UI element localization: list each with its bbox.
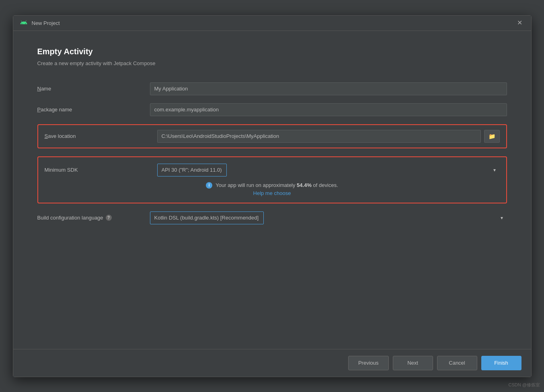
save-location-row: Save location 📁	[45, 130, 500, 143]
save-location-input[interactable]	[157, 130, 481, 143]
package-row: Package name	[37, 103, 507, 116]
info-icon: i	[206, 182, 212, 189]
folder-browse-button[interactable]: 📁	[484, 130, 500, 143]
android-icon	[20, 19, 28, 27]
help-icon[interactable]: ?	[106, 215, 112, 221]
new-project-dialog: New Project ✕ Empty Activity Create a ne…	[13, 15, 532, 377]
save-label: Save location	[45, 133, 157, 139]
section-title: Empty Activity	[37, 47, 507, 56]
sdk-select[interactable]: API 30 ("R"; Android 11.0) API 28 ("P"; …	[157, 164, 227, 177]
title-bar-left: New Project	[20, 19, 60, 27]
build-lang-select-wrapper: Kotlin DSL (build.gradle.kts) [Recommend…	[150, 211, 507, 224]
cancel-button[interactable]: Cancel	[437, 356, 477, 370]
build-lang-row: Build configuration language ? Kotlin DS…	[37, 211, 507, 224]
package-label: Package name	[37, 107, 150, 113]
dialog-content: Empty Activity Create a new empty activi…	[13, 31, 531, 349]
save-location-input-wrap: 📁	[157, 130, 500, 143]
name-label-text: Name	[37, 86, 51, 92]
build-lang-label-text: Build configuration language	[37, 215, 103, 221]
help-me-choose-link[interactable]: Help me choose	[253, 190, 291, 196]
sdk-label-text: Minimum SDK	[45, 167, 78, 173]
sdk-row: Minimum SDK API 30 ("R"; Android 11.0) A…	[45, 164, 500, 177]
dialog-footer: Previous Next Cancel Finish	[13, 349, 531, 377]
sdk-info-text-row: i Your app will run on approximately 54.…	[206, 182, 338, 189]
save-location-section: Save location 📁	[37, 124, 507, 148]
sdk-section: Minimum SDK API 30 ("R"; Android 11.0) A…	[37, 156, 507, 203]
finish-button[interactable]: Finish	[481, 356, 521, 370]
package-input[interactable]	[150, 103, 507, 116]
sdk-info: i Your app will run on approximately 54.…	[45, 182, 500, 196]
build-lang-label: Build configuration language ?	[37, 215, 150, 221]
name-row: Name	[37, 82, 507, 95]
sdk-label: Minimum SDK	[45, 167, 157, 173]
build-lang-select[interactable]: Kotlin DSL (build.gradle.kts) [Recommend…	[150, 211, 264, 224]
sdk-info-text: Your app will run on approximately 54.4%…	[216, 182, 338, 188]
title-bar: New Project ✕	[13, 16, 531, 31]
previous-button[interactable]: Previous	[348, 356, 389, 370]
section-subtitle: Create a new empty activity with Jetpack…	[37, 60, 507, 66]
package-label-text: Package name	[37, 107, 72, 113]
save-label-text: Save location	[45, 133, 76, 139]
name-input[interactable]	[150, 82, 507, 95]
dialog-title: New Project	[32, 20, 60, 26]
sdk-select-wrapper: API 30 ("R"; Android 11.0) API 28 ("P"; …	[157, 164, 500, 177]
name-label: Name	[37, 86, 150, 92]
next-button[interactable]: Next	[393, 356, 433, 370]
folder-icon: 📁	[489, 133, 495, 140]
watermark: CSDN @修炼室	[509, 382, 540, 388]
close-button[interactable]: ✕	[515, 19, 525, 27]
sdk-percentage: 54.4%	[297, 182, 312, 188]
